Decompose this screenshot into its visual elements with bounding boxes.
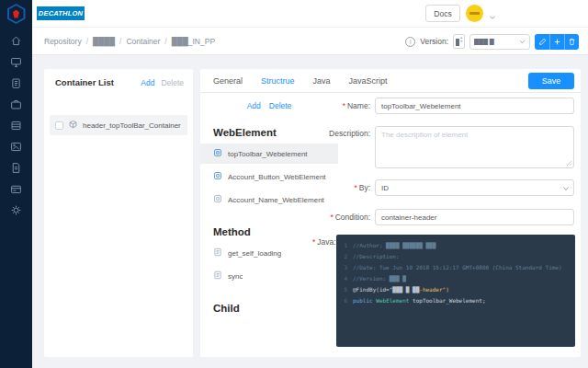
- java-row: *Java:1//Author: ████ ██████ ███2//Descr…: [312, 235, 581, 347]
- version-action-group: [535, 34, 579, 50]
- line-number: 1: [336, 240, 347, 251]
- description-row: Description:The description of element: [312, 126, 581, 168]
- breadcrumb: Repository/████/Container/███_IN_PP: [44, 28, 215, 55]
- checkbox[interactable]: [55, 121, 63, 130]
- gear-icon[interactable]: [10, 204, 22, 216]
- breadcrumb-item[interactable]: Container: [126, 37, 160, 46]
- by-label: *By:: [312, 183, 375, 192]
- brand-red-mark: [13, 10, 19, 18]
- image-icon[interactable]: [10, 141, 22, 153]
- method-icon: [213, 270, 222, 282]
- name-field[interactable]: topToolbar_Webelement: [375, 98, 574, 114]
- line-number: 4: [336, 273, 347, 284]
- code-line: 1//Author: ████ ██████ ███: [336, 240, 575, 251]
- docs-button[interactable]: Docs: [425, 5, 460, 22]
- required-marker: *: [312, 237, 315, 247]
- briefcase-icon[interactable]: [10, 98, 22, 110]
- info-icon[interactable]: i: [405, 37, 415, 47]
- breadcrumb-item[interactable]: ███_IN_PP: [172, 37, 215, 46]
- java-code-editor[interactable]: 1//Author: ████ ██████ ███2//Description…: [336, 235, 575, 347]
- clipboard-icon[interactable]: [10, 77, 22, 89]
- code-token: //Description:: [353, 251, 400, 262]
- trash-icon: [568, 38, 576, 46]
- version-select[interactable]: ███ █: [469, 34, 530, 50]
- plus-icon: [553, 38, 561, 46]
- stepper-arrows-icon[interactable]: ▲▼: [460, 37, 463, 44]
- code-token: //Date: Tue Jun 10 2018 15:12:17 GMT+080…: [353, 262, 562, 273]
- add-version-button[interactable]: [549, 34, 564, 50]
- by-select[interactable]: ID: [375, 179, 574, 196]
- required-marker: *: [330, 213, 333, 222]
- container-item-label: header_topToolBar_Container: [83, 121, 181, 130]
- home-icon[interactable]: [10, 35, 22, 47]
- code-token: -header"): [419, 284, 449, 295]
- element-delete-button[interactable]: Delete: [269, 101, 292, 110]
- container-delete-button[interactable]: Delete: [161, 78, 184, 87]
- condition-field[interactable]: container-header: [375, 209, 574, 225]
- chevron-down-icon[interactable]: [488, 9, 497, 18]
- document-icon[interactable]: [10, 162, 22, 174]
- container-list-header: Container List Add Delete: [44, 69, 193, 93]
- card-icon[interactable]: [10, 183, 22, 195]
- tab-structrue[interactable]: Structrue: [261, 76, 295, 86]
- breadcrumb-item[interactable]: Repository: [44, 37, 82, 46]
- app-window: DECATHLON Docs Repository/████/Container…: [0, 0, 588, 368]
- avatar-name-redacted: [469, 12, 480, 15]
- delete-version-button[interactable]: [564, 34, 579, 50]
- description-label: Description:: [312, 126, 375, 138]
- element-form: *Name:topToolbar_WebelementDescription:T…: [312, 93, 581, 357]
- by-row: *By:ID: [312, 179, 581, 196]
- user-avatar[interactable]: [466, 5, 483, 22]
- required-marker: *: [354, 183, 356, 192]
- save-button[interactable]: Save: [528, 73, 574, 89]
- code-line: 3//Date: Tue Jun 10 2018 15:12:17 GMT+08…: [336, 262, 575, 273]
- tab-javascript[interactable]: JavaScript: [349, 76, 388, 86]
- resize-grip-icon[interactable]: [566, 160, 572, 167]
- left-sidebar: [0, 0, 32, 368]
- tree-item-label: sync: [228, 272, 243, 281]
- version-select-value: ███ █: [474, 39, 516, 45]
- line-number: 3: [336, 262, 347, 273]
- brand-hexagon-inner: [9, 6, 24, 22]
- container-add-button[interactable]: Add: [141, 78, 154, 87]
- code-token: //Author: ████ ██████ ███: [353, 240, 435, 251]
- code-token: topToolbar_Webelement;: [413, 295, 485, 306]
- container-list-item[interactable]: header_topToolBar_Container: [50, 115, 187, 135]
- sidebar-nav: [0, 35, 32, 216]
- method-icon: [213, 247, 222, 259]
- tab-general[interactable]: General: [213, 76, 243, 86]
- container-list-title: Container List: [55, 77, 141, 87]
- decathlon-logo: DECATHLON: [37, 6, 85, 20]
- name-label: *Name:: [312, 101, 375, 110]
- editor-panel: GeneralStructrueJavaJavaScript Save Add …: [200, 69, 581, 357]
- monitor-icon[interactable]: [10, 56, 22, 68]
- element-icon: [213, 148, 222, 159]
- version-number-stepper[interactable]: ▲▼: [453, 34, 465, 49]
- code-line: 2//Description:: [336, 251, 575, 262]
- editor-tabs: GeneralStructrueJavaJavaScript: [200, 69, 581, 93]
- top-bar: DECATHLON Docs: [32, 0, 588, 28]
- element-icon: [213, 194, 222, 205]
- tree-item-label: get_self_loading: [228, 249, 281, 258]
- line-number: 5: [336, 284, 347, 295]
- version-label: Version:: [420, 37, 448, 46]
- brand-hexagon-logo[interactable]: [7, 4, 26, 24]
- container-list-panel: Container List Add Delete header_topTool…: [44, 69, 193, 357]
- version-controls: i Version: ▲▼ ███ █: [405, 28, 579, 55]
- code-line: 4//Version: ███ █: [336, 273, 575, 284]
- code-token: public: [353, 295, 376, 306]
- server-icon[interactable]: [10, 120, 22, 132]
- pencil-icon: [538, 38, 547, 46]
- element-add-button[interactable]: Add: [247, 101, 261, 110]
- breadcrumb-separator: /: [86, 37, 88, 46]
- version-number-redacted: [456, 39, 459, 46]
- required-marker: *: [343, 101, 345, 110]
- code-token: //Version: ███ █: [353, 273, 406, 284]
- code-token: WebElement: [376, 295, 413, 306]
- name-row: *Name:topToolbar_Webelement: [312, 98, 581, 114]
- edit-version-button[interactable]: [535, 34, 549, 50]
- tab-java[interactable]: Java: [313, 76, 331, 86]
- breadcrumb-item[interactable]: ████: [93, 37, 115, 46]
- description-field[interactable]: The description of element: [375, 126, 574, 168]
- condition-label: *Condition:: [312, 213, 375, 222]
